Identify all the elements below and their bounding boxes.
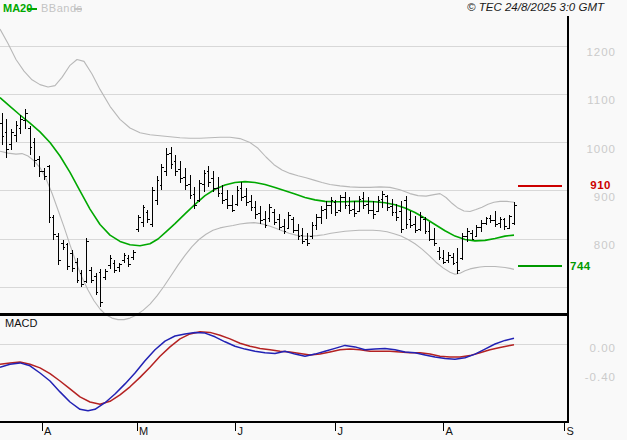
price-tick-label: 1100 — [566, 94, 616, 106]
price-levels — [518, 186, 562, 266]
copyright-timestamp: © TEC 24/8/2025 3:0 GMT — [467, 1, 604, 13]
price-tick-label: 1200 — [566, 46, 616, 58]
ma20-line-swatch-icon — [27, 8, 37, 10]
month-label: M — [139, 425, 148, 437]
month-label: J — [238, 425, 244, 437]
price-tick-label: 900 — [566, 191, 616, 203]
price-bars — [0, 109, 517, 307]
gridlines — [0, 46, 567, 344]
chart-canvas — [0, 0, 627, 440]
stock-chart-window: MA20 BBands © TEC 24/8/2025 3:0 GMT MACD… — [0, 0, 627, 440]
month-label: J — [338, 425, 344, 437]
price-tick-label: 1000 — [566, 143, 616, 155]
macd-pane-label: MACD — [5, 317, 37, 329]
month-label: S — [567, 425, 574, 437]
level-label-744: 744 — [570, 260, 591, 272]
bbands-line-swatch-icon — [74, 8, 82, 10]
level-label-910: 910 — [571, 179, 611, 191]
month-label: A — [44, 425, 51, 437]
price-tick-label: 800 — [566, 239, 616, 251]
month-label: A — [446, 425, 453, 437]
macd-tick-label: -0.40 — [566, 371, 616, 383]
macd-tick-label: 0.00 — [566, 342, 616, 354]
